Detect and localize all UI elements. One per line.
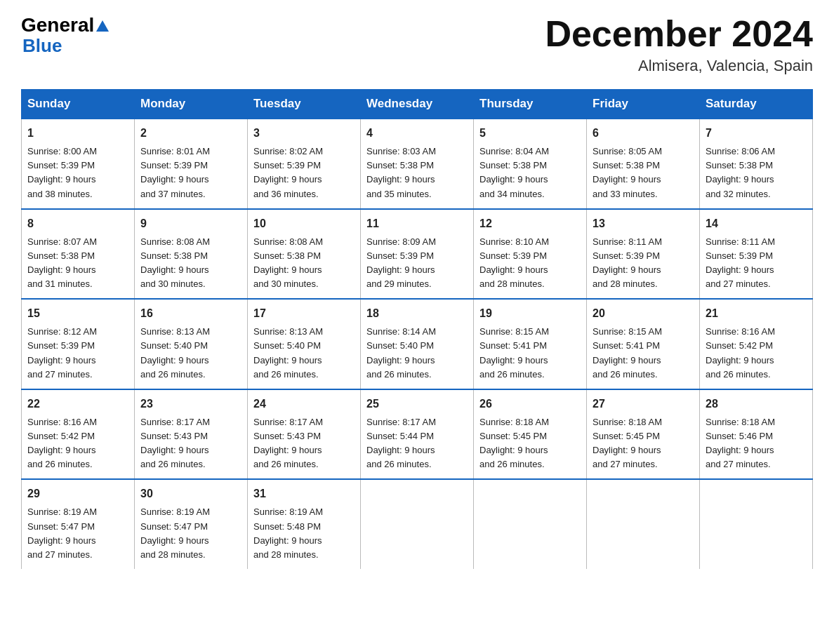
day-number: 29 — [27, 485, 128, 502]
day-info: Sunrise: 8:03 AMSunset: 5:38 PMDaylight:… — [366, 145, 468, 201]
day-info: Sunrise: 8:16 AMSunset: 5:42 PMDaylight:… — [706, 325, 807, 382]
header-wednesday: Wednesday — [361, 90, 474, 119]
day-info: Sunrise: 8:05 AMSunset: 5:38 PMDaylight:… — [593, 145, 694, 201]
day-info: Sunrise: 8:18 AMSunset: 5:45 PMDaylight:… — [593, 415, 694, 472]
day-cell-8: 8Sunrise: 8:07 AMSunset: 5:38 PMDaylight… — [22, 209, 135, 300]
day-cell-3: 3Sunrise: 8:02 AMSunset: 5:39 PMDaylight… — [248, 119, 361, 209]
logo-general-text: General — [21, 14, 94, 36]
day-cell-29: 29Sunrise: 8:19 AMSunset: 5:47 PMDayligh… — [22, 479, 135, 569]
day-info: Sunrise: 8:00 AMSunset: 5:39 PMDaylight:… — [27, 145, 128, 201]
empty-cell-w4-d5 — [587, 479, 700, 569]
header-tuesday: Tuesday — [248, 90, 361, 119]
title-section: December 2024 Almisera, Valencia, Spain — [545, 14, 813, 75]
header-friday: Friday — [587, 90, 700, 119]
day-number: 15 — [27, 305, 128, 322]
day-cell-15: 15Sunrise: 8:12 AMSunset: 5:39 PMDayligh… — [22, 299, 135, 389]
day-cell-23: 23Sunrise: 8:17 AMSunset: 5:43 PMDayligh… — [135, 389, 248, 480]
day-cell-13: 13Sunrise: 8:11 AMSunset: 5:39 PMDayligh… — [587, 209, 700, 300]
day-number: 16 — [140, 305, 241, 322]
day-number: 14 — [706, 215, 807, 232]
day-cell-31: 31Sunrise: 8:19 AMSunset: 5:48 PMDayligh… — [248, 479, 361, 569]
day-info: Sunrise: 8:08 AMSunset: 5:38 PMDaylight:… — [140, 235, 241, 292]
logo-triangle-icon — [96, 20, 109, 32]
day-number: 17 — [253, 305, 355, 322]
day-number: 10 — [253, 215, 355, 232]
day-info: Sunrise: 8:04 AMSunset: 5:38 PMDaylight:… — [479, 145, 581, 201]
day-cell-21: 21Sunrise: 8:16 AMSunset: 5:42 PMDayligh… — [700, 299, 813, 389]
day-cell-24: 24Sunrise: 8:17 AMSunset: 5:43 PMDayligh… — [248, 389, 361, 480]
day-info: Sunrise: 8:18 AMSunset: 5:46 PMDaylight:… — [706, 415, 807, 472]
day-number: 19 — [479, 305, 581, 322]
day-number: 4 — [366, 125, 468, 142]
day-info: Sunrise: 8:06 AMSunset: 5:38 PMDaylight:… — [706, 145, 807, 201]
day-info: Sunrise: 8:18 AMSunset: 5:45 PMDaylight:… — [479, 415, 581, 472]
day-info: Sunrise: 8:11 AMSunset: 5:39 PMDaylight:… — [706, 235, 807, 292]
header-saturday: Saturday — [700, 90, 813, 119]
day-number: 25 — [366, 396, 468, 412]
day-number: 22 — [27, 396, 128, 412]
day-info: Sunrise: 8:15 AMSunset: 5:41 PMDaylight:… — [593, 325, 694, 382]
day-info: Sunrise: 8:19 AMSunset: 5:48 PMDaylight:… — [253, 505, 355, 562]
day-info: Sunrise: 8:07 AMSunset: 5:38 PMDaylight:… — [27, 235, 128, 292]
page-header: General Blue December 2024 Almisera, Val… — [21, 14, 813, 75]
empty-cell-w4-d6 — [700, 479, 813, 569]
day-number: 13 — [593, 215, 694, 232]
day-cell-22: 22Sunrise: 8:16 AMSunset: 5:42 PMDayligh… — [22, 389, 135, 480]
day-number: 23 — [140, 396, 241, 412]
day-cell-9: 9Sunrise: 8:08 AMSunset: 5:38 PMDaylight… — [135, 209, 248, 300]
day-number: 1 — [27, 125, 128, 142]
day-cell-5: 5Sunrise: 8:04 AMSunset: 5:38 PMDaylight… — [474, 119, 587, 209]
day-number: 3 — [253, 125, 355, 142]
day-number: 31 — [253, 485, 355, 502]
day-cell-26: 26Sunrise: 8:18 AMSunset: 5:45 PMDayligh… — [474, 389, 587, 480]
day-info: Sunrise: 8:12 AMSunset: 5:39 PMDaylight:… — [27, 325, 128, 382]
day-info: Sunrise: 8:09 AMSunset: 5:39 PMDaylight:… — [366, 235, 468, 292]
day-info: Sunrise: 8:17 AMSunset: 5:43 PMDaylight:… — [140, 415, 241, 472]
day-info: Sunrise: 8:17 AMSunset: 5:43 PMDaylight:… — [253, 415, 355, 472]
day-number: 28 — [706, 396, 807, 412]
day-cell-10: 10Sunrise: 8:08 AMSunset: 5:38 PMDayligh… — [248, 209, 361, 300]
calendar-header-row: SundayMondayTuesdayWednesdayThursdayFrid… — [22, 90, 813, 119]
day-cell-19: 19Sunrise: 8:15 AMSunset: 5:41 PMDayligh… — [474, 299, 587, 389]
day-cell-6: 6Sunrise: 8:05 AMSunset: 5:38 PMDaylight… — [587, 119, 700, 209]
day-info: Sunrise: 8:15 AMSunset: 5:41 PMDaylight:… — [479, 325, 581, 382]
day-info: Sunrise: 8:01 AMSunset: 5:39 PMDaylight:… — [140, 145, 241, 201]
day-info: Sunrise: 8:16 AMSunset: 5:42 PMDaylight:… — [27, 415, 128, 472]
day-number: 5 — [479, 125, 581, 142]
day-number: 8 — [27, 215, 128, 232]
week-row-4: 22Sunrise: 8:16 AMSunset: 5:42 PMDayligh… — [22, 389, 813, 480]
day-info: Sunrise: 8:11 AMSunset: 5:39 PMDaylight:… — [593, 235, 694, 292]
day-cell-20: 20Sunrise: 8:15 AMSunset: 5:41 PMDayligh… — [587, 299, 700, 389]
logo-blue-text: Blue — [22, 35, 62, 57]
week-row-3: 15Sunrise: 8:12 AMSunset: 5:39 PMDayligh… — [22, 299, 813, 389]
day-info: Sunrise: 8:08 AMSunset: 5:38 PMDaylight:… — [253, 235, 355, 292]
day-cell-7: 7Sunrise: 8:06 AMSunset: 5:38 PMDaylight… — [700, 119, 813, 209]
day-number: 20 — [593, 305, 694, 322]
day-number: 12 — [479, 215, 581, 232]
week-row-2: 8Sunrise: 8:07 AMSunset: 5:38 PMDaylight… — [22, 209, 813, 300]
day-number: 30 — [140, 485, 241, 502]
calendar-title: December 2024 — [545, 14, 813, 54]
day-cell-18: 18Sunrise: 8:14 AMSunset: 5:40 PMDayligh… — [361, 299, 474, 389]
day-cell-14: 14Sunrise: 8:11 AMSunset: 5:39 PMDayligh… — [700, 209, 813, 300]
calendar-table: SundayMondayTuesdayWednesdayThursdayFrid… — [21, 89, 813, 569]
day-cell-2: 2Sunrise: 8:01 AMSunset: 5:39 PMDaylight… — [135, 119, 248, 209]
day-cell-28: 28Sunrise: 8:18 AMSunset: 5:46 PMDayligh… — [700, 389, 813, 480]
week-row-1: 1Sunrise: 8:00 AMSunset: 5:39 PMDaylight… — [22, 119, 813, 209]
day-cell-16: 16Sunrise: 8:13 AMSunset: 5:40 PMDayligh… — [135, 299, 248, 389]
day-cell-4: 4Sunrise: 8:03 AMSunset: 5:38 PMDaylight… — [361, 119, 474, 209]
day-info: Sunrise: 8:10 AMSunset: 5:39 PMDaylight:… — [479, 235, 581, 292]
day-number: 18 — [366, 305, 468, 322]
header-thursday: Thursday — [474, 90, 587, 119]
calendar-subtitle: Almisera, Valencia, Spain — [545, 57, 813, 75]
day-cell-11: 11Sunrise: 8:09 AMSunset: 5:39 PMDayligh… — [361, 209, 474, 300]
day-cell-12: 12Sunrise: 8:10 AMSunset: 5:39 PMDayligh… — [474, 209, 587, 300]
day-info: Sunrise: 8:13 AMSunset: 5:40 PMDaylight:… — [140, 325, 241, 382]
day-number: 24 — [253, 396, 355, 412]
day-number: 21 — [706, 305, 807, 322]
week-row-5: 29Sunrise: 8:19 AMSunset: 5:47 PMDayligh… — [22, 479, 813, 569]
day-cell-1: 1Sunrise: 8:00 AMSunset: 5:39 PMDaylight… — [22, 119, 135, 209]
empty-cell-w4-d3 — [361, 479, 474, 569]
day-info: Sunrise: 8:17 AMSunset: 5:44 PMDaylight:… — [366, 415, 468, 472]
day-cell-17: 17Sunrise: 8:13 AMSunset: 5:40 PMDayligh… — [248, 299, 361, 389]
